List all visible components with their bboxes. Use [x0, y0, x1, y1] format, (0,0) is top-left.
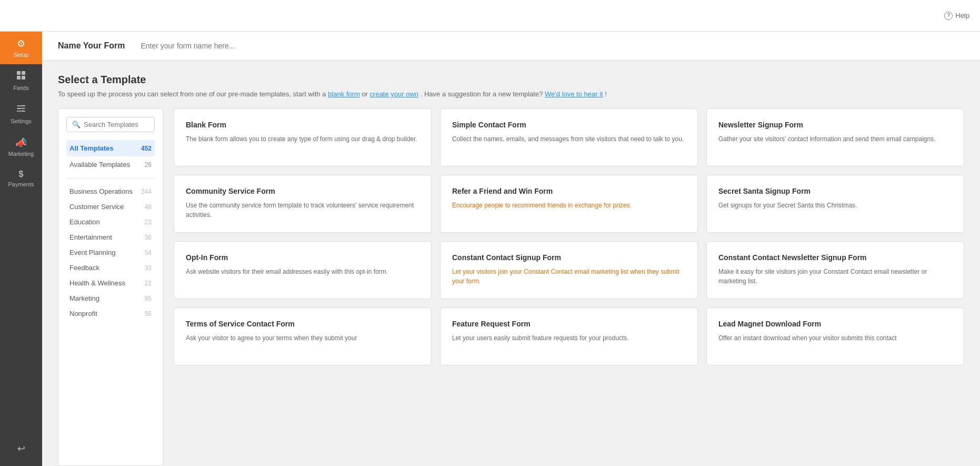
template-card-title: Constant Contact Signup Form [452, 253, 686, 262]
category-education[interactable]: Education 23 [66, 214, 155, 230]
hear-it-link[interactable]: We'd love to hear it [545, 90, 603, 98]
template-card-title: Community Service Form [186, 187, 419, 195]
template-section: Select a Template To speed up the proces… [42, 61, 980, 466]
svg-point-18 [22, 107, 24, 110]
fields-icon [16, 71, 26, 83]
sidebar-item-payments-label: Payments [8, 181, 34, 187]
template-card-desc: Collect the names, emails, and messages … [452, 134, 686, 144]
template-card-title: Secret Santa Signup Form [718, 187, 952, 195]
template-card-title: Constant Contact Newsletter Signup Form [718, 253, 952, 262]
template-body: 🔍 All Templates 452 Available Templates … [58, 108, 964, 466]
sidebar-item-marketing[interactable]: 📣 Marketing [0, 131, 42, 163]
sidebar-item-payments[interactable]: $ Payments [0, 163, 42, 194]
category-nonprofit-count: 56 [145, 310, 152, 318]
filter-panel: 🔍 All Templates 452 Available Templates … [58, 108, 163, 466]
category-nonprofit[interactable]: Nonprofit 56 [66, 306, 155, 321]
template-card-desc: Use the community service form template … [186, 201, 419, 220]
svg-rect-12 [17, 76, 21, 80]
sidebar: ⚙ Setup Fields Settings 📣 Marketing $ Pa… [0, 0, 42, 466]
template-card-title: Feature Request Form [452, 320, 686, 328]
form-name-bar: Name Your Form [42, 32, 980, 61]
category-business-operations[interactable]: Business Operations 244 [66, 184, 155, 199]
template-card[interactable]: Constant Contact Signup FormLet your vis… [440, 241, 698, 299]
sidebar-item-settings-label: Settings [11, 118, 32, 124]
svg-rect-11 [22, 71, 25, 75]
template-card-desc: Make it easy for site visitors join your… [718, 267, 952, 286]
search-icon: 🔍 [72, 121, 81, 128]
template-card[interactable]: Opt-In FormAsk website visitors for thei… [174, 241, 432, 299]
sidebar-item-setup[interactable]: ⚙ Setup [0, 32, 42, 64]
template-card-desc: Let your visitors join your Constant Con… [452, 267, 686, 286]
main-content: Name Your Form Select a Template To spee… [42, 32, 980, 466]
svg-point-17 [18, 105, 20, 107]
search-input[interactable] [84, 121, 149, 128]
filter-all-templates[interactable]: All Templates 452 [66, 140, 155, 156]
template-card[interactable]: Lead Magnet Download FormOffer an instan… [706, 308, 964, 365]
category-education-count: 23 [145, 219, 152, 226]
help-icon: ? [944, 12, 953, 20]
category-entertainment-label: Entertainment [69, 233, 112, 241]
form-name-input[interactable] [141, 42, 964, 50]
template-card-title: Opt-In Form [186, 253, 419, 262]
category-feedback-label: Feedback [69, 264, 99, 272]
category-health-count: 22 [145, 280, 152, 287]
template-card[interactable]: Refer a Friend and Win FormEncourage peo… [440, 175, 698, 233]
category-health-label: Health & Wellness [69, 279, 125, 287]
sidebar-item-setup-label: Setup [14, 52, 29, 58]
template-card-desc: Gather your site visitors' contact infor… [718, 134, 952, 144]
template-card-title: Newsletter Signup Form [718, 121, 952, 129]
svg-point-19 [19, 110, 21, 112]
template-card-desc: The blank form allows you to create any … [186, 134, 419, 144]
template-card[interactable]: Simple Contact FormCollect the names, em… [440, 108, 698, 166]
svg-rect-13 [22, 76, 25, 80]
subtitle-end: ! [605, 90, 607, 98]
sidebar-item-settings[interactable]: Settings [0, 97, 42, 131]
filter-available-label: Available Templates [69, 161, 130, 168]
category-education-label: Education [69, 218, 100, 226]
category-business-label: Business Operations [69, 187, 133, 195]
sidebar-item-fields-label: Fields [13, 85, 28, 91]
filter-divider [66, 178, 155, 179]
category-business-count: 244 [141, 188, 152, 195]
select-template-title: Select a Template [58, 74, 964, 86]
template-card[interactable]: Blank FormThe blank form allows you to c… [174, 108, 432, 166]
category-feedback-count: 33 [145, 264, 152, 272]
category-customer-label: Customer Service [69, 203, 124, 211]
category-entertainment-count: 36 [145, 234, 152, 241]
template-card-title: Refer a Friend and Win Form [452, 187, 686, 195]
template-card[interactable]: Constant Contact Newsletter Signup FormM… [706, 241, 964, 299]
category-feedback[interactable]: Feedback 33 [66, 260, 155, 275]
template-card-title: Blank Form [186, 121, 419, 129]
help-link[interactable]: ? Help [944, 12, 969, 20]
help-label: Help [955, 12, 969, 19]
subtitle-prefix: To speed up the process you can select f… [58, 90, 326, 98]
template-card[interactable]: Feature Request FormLet your users easil… [440, 308, 698, 365]
template-card[interactable]: Terms of Service Contact FormAsk your vi… [174, 308, 432, 365]
template-card-desc: Offer an instant download when your visi… [718, 333, 952, 343]
template-card-title: Simple Contact Form [452, 121, 686, 129]
category-event-planning[interactable]: Event Planning 54 [66, 245, 155, 260]
filter-all-label: All Templates [69, 144, 114, 152]
category-entertainment[interactable]: Entertainment 36 [66, 230, 155, 245]
undo-icon: ↩ [17, 443, 25, 454]
sidebar-item-fields[interactable]: Fields [0, 64, 42, 97]
category-marketing[interactable]: Marketing 85 [66, 291, 155, 306]
template-card[interactable]: Community Service FormUse the community … [174, 175, 432, 233]
category-nonprofit-label: Nonprofit [69, 310, 97, 318]
sidebar-item-undo[interactable]: ↩ [0, 437, 42, 461]
template-card-desc: Get signups for your Secret Santa this C… [718, 201, 952, 210]
blank-form-link[interactable]: blank form [328, 90, 360, 98]
subtitle-or: or [362, 90, 368, 98]
category-customer-count: 48 [145, 203, 152, 211]
template-card-title: Lead Magnet Download Form [718, 320, 952, 328]
category-customer-service[interactable]: Customer Service 48 [66, 199, 155, 214]
template-card[interactable]: Secret Santa Signup FormGet signups for … [706, 175, 964, 233]
filter-available-templates[interactable]: Available Templates 26 [66, 156, 155, 173]
create-own-link[interactable]: create your own [370, 90, 419, 98]
template-grid: Blank FormThe blank form allows you to c… [163, 108, 964, 466]
marketing-icon: 📣 [15, 137, 27, 148]
category-health-wellness[interactable]: Health & Wellness 22 [66, 275, 155, 291]
settings-icon [16, 104, 26, 116]
form-name-label: Name Your Form [58, 41, 125, 51]
template-card[interactable]: Newsletter Signup FormGather your site v… [706, 108, 964, 166]
